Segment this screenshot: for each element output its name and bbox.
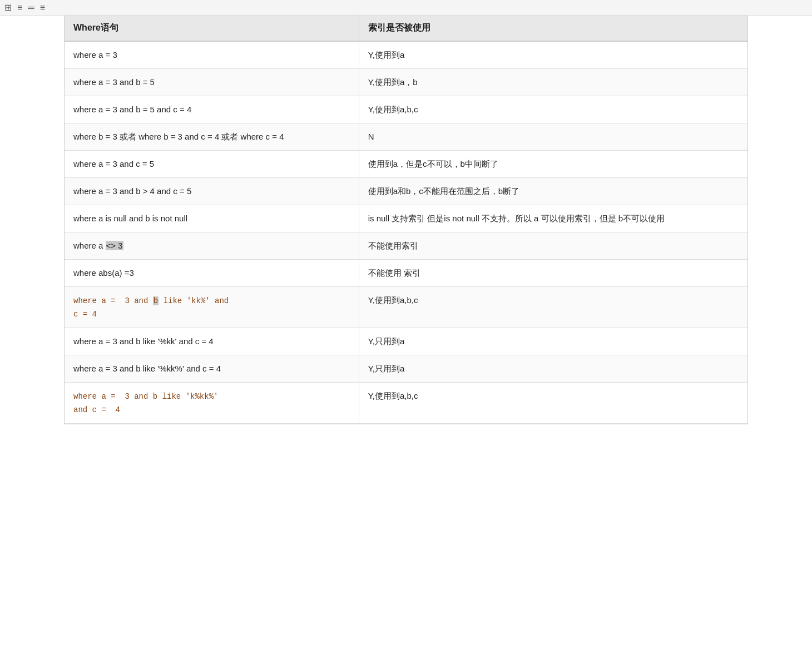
index-cell: Y,使用到a，b [359, 69, 747, 96]
where-cell: where b = 3 或者 where b = 3 and c = 4 或者 … [65, 123, 359, 151]
index-text: Y,只用到a [368, 364, 405, 373]
where-text: where a = 3 and b = 5 [73, 77, 155, 87]
highlighted-text: <> 3 [106, 241, 123, 250]
table-header-row: Where语句 索引是否被使用 [65, 16, 747, 41]
index-text: Y,使用到a,b,c [368, 295, 418, 305]
index-text: 不能使用索引 [368, 241, 418, 250]
index-text: Y,使用到a，b [368, 77, 418, 87]
where-cell: where a = 3 [65, 41, 359, 69]
table-row: where a = 3 and b = 5Y,使用到a，b [65, 69, 747, 96]
where-cell: where abs(a) =3 [65, 260, 359, 287]
index-text: N [368, 132, 374, 141]
index-cell: Y,使用到a,b,c [359, 287, 747, 328]
table-row: where a = 3 and b like 'kk%' andc = 4Y,使… [65, 287, 747, 328]
index-cell: Y,使用到a [359, 41, 747, 69]
where-cell: where a = 3 and b like '%kk' and c = 4 [65, 328, 359, 355]
where-cell: where a = 3 and b like 'k%kk%'and c = 4 [65, 382, 359, 423]
where-text: where a = 3 and b like '%kk' and c = 4 [73, 336, 214, 346]
index-cell: 使用到a，但是c不可以，b中间断了 [359, 151, 747, 178]
index-cell: is null 支持索引 但是is not null 不支持。所以 a 可以使用… [359, 205, 747, 232]
where-text: where a = 3 and b = 5 and c = 4 [73, 105, 191, 114]
index-cell: N [359, 123, 747, 151]
where-text: where a = 3 [73, 50, 117, 60]
table-row: where a = 3 and c = 5使用到a，但是c不可以，b中间断了 [65, 151, 747, 178]
where-cell: where a = 3 and c = 5 [65, 151, 359, 178]
toolbar-icon-grid[interactable]: ⊞ [4, 2, 12, 13]
where-text: where a = 3 and c = 5 [73, 159, 154, 169]
index-text: 使用到a和b，c不能用在范围之后，b断了 [368, 186, 520, 196]
where-text: where a is null and b is not null [73, 214, 187, 223]
index-cell: 使用到a和b，c不能用在范围之后，b断了 [359, 178, 747, 205]
where-cell: where a = 3 and b like 'kk%' andc = 4 [65, 287, 359, 328]
index-text: Y,使用到a,b,c [368, 105, 418, 114]
where-cell: where a = 3 and b = 5 [65, 69, 359, 96]
table-row: where abs(a) =3不能使用 索引 [65, 260, 747, 287]
index-text: Y,只用到a [368, 336, 405, 346]
where-text: where abs(a) =3 [73, 268, 134, 278]
where-cell: where a <> 3 [65, 232, 359, 260]
index-cell: 不能使用索引 [359, 232, 747, 260]
header-where: Where语句 [65, 16, 359, 41]
header-index: 索引是否被使用 [359, 16, 747, 41]
where-cell: where a = 3 and b > 4 and c = 5 [65, 178, 359, 205]
highlighted-text: b [153, 296, 159, 305]
table-row: where a = 3 and b = 5 and c = 4Y,使用到a,b,… [65, 96, 747, 123]
where-code-text: where a = 3 and b like 'kk%' andc = 4 [73, 296, 229, 319]
index-text: Y,使用到a [368, 50, 405, 60]
where-text: where a = 3 and b like '%kk%' and c = 4 [73, 364, 221, 373]
index-cell: Y,只用到a [359, 328, 747, 355]
main-table-container: Where语句 索引是否被使用 where a = 3Y,使用到awhere a… [64, 16, 748, 424]
toolbar: ⊞ ≡ ═ ≡ [0, 0, 812, 16]
table-row: where a = 3Y,使用到a [65, 41, 747, 69]
table-row: where a is null and b is not nullis null… [65, 205, 747, 232]
table-row: where a <> 3不能使用索引 [65, 232, 747, 260]
toolbar-icon-list2[interactable]: ═ [28, 3, 34, 13]
index-text: Y,使用到a,b,c [368, 391, 418, 400]
index-text: is null 支持索引 但是is not null 不支持。所以 a 可以使用… [368, 214, 665, 223]
index-cell: Y,只用到a [359, 355, 747, 382]
index-usage-table: Where语句 索引是否被使用 where a = 3Y,使用到awhere a… [65, 16, 747, 424]
index-text: 不能使用 索引 [368, 268, 420, 278]
index-cell: 不能使用 索引 [359, 260, 747, 287]
where-text: where a = 3 and b > 4 and c = 5 [73, 186, 191, 196]
where-cell: where a = 3 and b = 5 and c = 4 [65, 96, 359, 123]
index-cell: Y,使用到a,b,c [359, 382, 747, 423]
where-cell: where a is null and b is not null [65, 205, 359, 232]
table-row: where a = 3 and b > 4 and c = 5使用到a和b，c不… [65, 178, 747, 205]
table-row: where b = 3 或者 where b = 3 and c = 4 或者 … [65, 123, 747, 151]
index-cell: Y,使用到a,b,c [359, 96, 747, 123]
where-cell: where a = 3 and b like '%kk%' and c = 4 [65, 355, 359, 382]
index-text: 使用到a，但是c不可以，b中间断了 [368, 159, 498, 169]
table-row: where a = 3 and b like '%kk' and c = 4Y,… [65, 328, 747, 355]
table-row: where a = 3 and b like '%kk%' and c = 4Y… [65, 355, 747, 382]
where-code-text: where a = 3 and b like 'k%kk%'and c = 4 [73, 392, 218, 414]
toolbar-icon-list1[interactable]: ≡ [17, 3, 22, 13]
where-text: where b = 3 或者 where b = 3 and c = 4 或者 … [73, 132, 284, 141]
toolbar-icon-list3[interactable]: ≡ [40, 3, 45, 13]
table-row: where a = 3 and b like 'k%kk%'and c = 4Y… [65, 382, 747, 423]
